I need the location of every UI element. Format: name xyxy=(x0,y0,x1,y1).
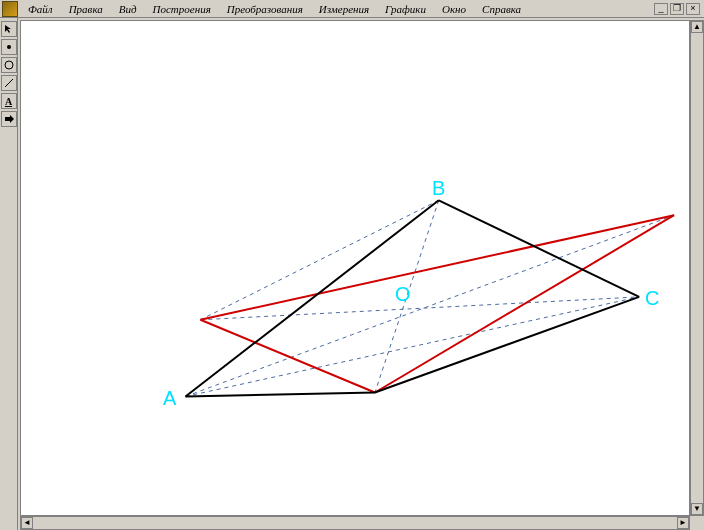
arrow-tool[interactable] xyxy=(1,21,17,37)
svg-line-6 xyxy=(200,297,639,320)
menu-graph[interactable]: Графики xyxy=(377,2,434,16)
horizontal-scrollbar[interactable]: ◄ ► xyxy=(20,516,690,530)
menu-edit[interactable]: Правка xyxy=(61,2,111,16)
line-tool[interactable] xyxy=(1,75,17,91)
main-area: A xyxy=(0,18,704,530)
svg-line-14 xyxy=(375,297,639,393)
close-button[interactable]: × xyxy=(686,3,700,15)
sketch-canvas[interactable]: A B C O xyxy=(20,20,690,516)
text-tool[interactable]: A xyxy=(1,93,17,109)
black-polygon xyxy=(186,200,640,396)
dashed-lines xyxy=(186,200,675,396)
scroll-down-button[interactable]: ▼ xyxy=(691,503,703,515)
custom-tool[interactable] xyxy=(1,111,17,127)
custom-icon xyxy=(3,113,15,125)
arrow-icon xyxy=(3,23,15,35)
label-O[interactable]: O xyxy=(395,283,411,306)
canvas-wrap: A B C O ▲ ▼ ◄ ► xyxy=(18,18,704,530)
scroll-up-button[interactable]: ▲ xyxy=(691,21,703,33)
circle-icon xyxy=(3,59,15,71)
svg-line-2 xyxy=(5,79,13,87)
svg-line-5 xyxy=(186,215,675,396)
label-B[interactable]: B xyxy=(432,177,445,200)
menubar: Файл Правка Вид Построения Преобразовани… xyxy=(0,0,704,18)
line-icon xyxy=(3,77,15,89)
menu-measure[interactable]: Измерения xyxy=(311,2,377,16)
menu-file[interactable]: Файл xyxy=(20,2,61,16)
vertical-scrollbar[interactable]: ▲ ▼ xyxy=(690,20,704,516)
label-A[interactable]: A xyxy=(163,387,176,410)
point-tool[interactable] xyxy=(1,39,17,55)
menu-construct[interactable]: Построения xyxy=(145,2,219,16)
menu-view[interactable]: Вид xyxy=(111,2,145,16)
menu-window[interactable]: Окно xyxy=(434,2,474,16)
circle-tool[interactable] xyxy=(1,57,17,73)
toolbar: A xyxy=(0,18,18,530)
menu-transform[interactable]: Преобразования xyxy=(219,2,311,16)
scroll-right-button[interactable]: ► xyxy=(677,517,689,529)
app-icon xyxy=(2,1,18,17)
restore-button[interactable]: ❐ xyxy=(670,3,684,15)
svg-line-13 xyxy=(439,200,639,297)
construction-svg xyxy=(21,21,689,515)
text-icon: A xyxy=(5,96,12,107)
svg-line-9 xyxy=(200,215,674,320)
menu-help[interactable]: Справка xyxy=(474,2,529,16)
svg-line-15 xyxy=(186,392,375,396)
svg-point-1 xyxy=(5,61,13,69)
svg-point-0 xyxy=(7,45,11,49)
red-triangle xyxy=(200,215,674,392)
point-icon xyxy=(3,41,15,53)
minimize-button[interactable]: _ xyxy=(654,3,668,15)
scroll-left-button[interactable]: ◄ xyxy=(21,517,33,529)
window-controls: _ ❐ × xyxy=(654,3,704,15)
label-C[interactable]: C xyxy=(645,287,659,310)
